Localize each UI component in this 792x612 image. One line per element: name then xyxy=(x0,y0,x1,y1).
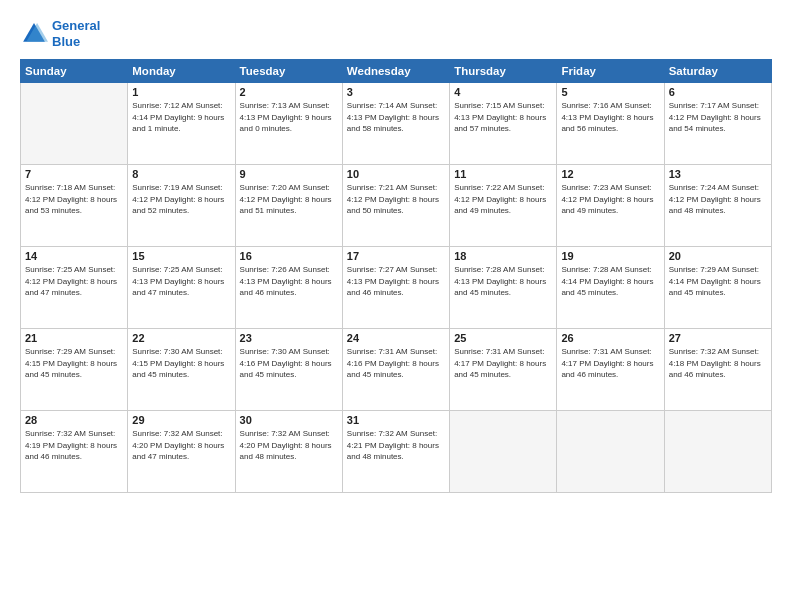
day-detail: Sunrise: 7:32 AM Sunset: 4:20 PM Dayligh… xyxy=(132,428,230,463)
day-number: 14 xyxy=(25,250,123,262)
calendar-cell: 6Sunrise: 7:17 AM Sunset: 4:12 PM Daylig… xyxy=(664,83,771,165)
day-detail: Sunrise: 7:28 AM Sunset: 4:13 PM Dayligh… xyxy=(454,264,552,299)
day-number: 11 xyxy=(454,168,552,180)
day-number: 7 xyxy=(25,168,123,180)
day-number: 18 xyxy=(454,250,552,262)
day-number: 12 xyxy=(561,168,659,180)
day-number: 24 xyxy=(347,332,445,344)
calendar-cell: 27Sunrise: 7:32 AM Sunset: 4:18 PM Dayli… xyxy=(664,329,771,411)
day-number: 6 xyxy=(669,86,767,98)
weekday-header: Sunday xyxy=(21,60,128,83)
weekday-header: Thursday xyxy=(450,60,557,83)
calendar-cell xyxy=(557,411,664,493)
calendar-cell xyxy=(664,411,771,493)
day-detail: Sunrise: 7:20 AM Sunset: 4:12 PM Dayligh… xyxy=(240,182,338,217)
calendar-cell: 30Sunrise: 7:32 AM Sunset: 4:20 PM Dayli… xyxy=(235,411,342,493)
calendar-cell: 4Sunrise: 7:15 AM Sunset: 4:13 PM Daylig… xyxy=(450,83,557,165)
day-number: 3 xyxy=(347,86,445,98)
day-number: 31 xyxy=(347,414,445,426)
calendar-cell: 2Sunrise: 7:13 AM Sunset: 4:13 PM Daylig… xyxy=(235,83,342,165)
calendar-cell: 19Sunrise: 7:28 AM Sunset: 4:14 PM Dayli… xyxy=(557,247,664,329)
day-detail: Sunrise: 7:32 AM Sunset: 4:21 PM Dayligh… xyxy=(347,428,445,463)
weekday-header: Monday xyxy=(128,60,235,83)
day-number: 28 xyxy=(25,414,123,426)
day-number: 2 xyxy=(240,86,338,98)
day-detail: Sunrise: 7:21 AM Sunset: 4:12 PM Dayligh… xyxy=(347,182,445,217)
day-number: 21 xyxy=(25,332,123,344)
calendar-cell: 16Sunrise: 7:26 AM Sunset: 4:13 PM Dayli… xyxy=(235,247,342,329)
day-number: 1 xyxy=(132,86,230,98)
calendar-cell: 21Sunrise: 7:29 AM Sunset: 4:15 PM Dayli… xyxy=(21,329,128,411)
calendar-cell: 13Sunrise: 7:24 AM Sunset: 4:12 PM Dayli… xyxy=(664,165,771,247)
day-number: 25 xyxy=(454,332,552,344)
day-number: 29 xyxy=(132,414,230,426)
calendar-cell: 15Sunrise: 7:25 AM Sunset: 4:13 PM Dayli… xyxy=(128,247,235,329)
calendar-cell: 18Sunrise: 7:28 AM Sunset: 4:13 PM Dayli… xyxy=(450,247,557,329)
day-detail: Sunrise: 7:22 AM Sunset: 4:12 PM Dayligh… xyxy=(454,182,552,217)
day-number: 20 xyxy=(669,250,767,262)
weekday-header: Friday xyxy=(557,60,664,83)
calendar-week-row: 21Sunrise: 7:29 AM Sunset: 4:15 PM Dayli… xyxy=(21,329,772,411)
day-detail: Sunrise: 7:13 AM Sunset: 4:13 PM Dayligh… xyxy=(240,100,338,135)
calendar-cell: 11Sunrise: 7:22 AM Sunset: 4:12 PM Dayli… xyxy=(450,165,557,247)
day-detail: Sunrise: 7:23 AM Sunset: 4:12 PM Dayligh… xyxy=(561,182,659,217)
day-detail: Sunrise: 7:18 AM Sunset: 4:12 PM Dayligh… xyxy=(25,182,123,217)
calendar-cell xyxy=(450,411,557,493)
calendar-cell: 5Sunrise: 7:16 AM Sunset: 4:13 PM Daylig… xyxy=(557,83,664,165)
calendar-cell: 23Sunrise: 7:30 AM Sunset: 4:16 PM Dayli… xyxy=(235,329,342,411)
calendar-cell xyxy=(21,83,128,165)
calendar-cell: 14Sunrise: 7:25 AM Sunset: 4:12 PM Dayli… xyxy=(21,247,128,329)
day-number: 13 xyxy=(669,168,767,180)
day-number: 27 xyxy=(669,332,767,344)
day-number: 10 xyxy=(347,168,445,180)
calendar-cell: 17Sunrise: 7:27 AM Sunset: 4:13 PM Dayli… xyxy=(342,247,449,329)
logo-text: General Blue xyxy=(52,18,100,49)
day-number: 26 xyxy=(561,332,659,344)
calendar: SundayMondayTuesdayWednesdayThursdayFrid… xyxy=(20,59,772,493)
day-detail: Sunrise: 7:29 AM Sunset: 4:14 PM Dayligh… xyxy=(669,264,767,299)
calendar-cell: 25Sunrise: 7:31 AM Sunset: 4:17 PM Dayli… xyxy=(450,329,557,411)
weekday-header: Saturday xyxy=(664,60,771,83)
calendar-cell: 1Sunrise: 7:12 AM Sunset: 4:14 PM Daylig… xyxy=(128,83,235,165)
day-detail: Sunrise: 7:29 AM Sunset: 4:15 PM Dayligh… xyxy=(25,346,123,381)
day-detail: Sunrise: 7:31 AM Sunset: 4:17 PM Dayligh… xyxy=(454,346,552,381)
day-number: 15 xyxy=(132,250,230,262)
day-detail: Sunrise: 7:32 AM Sunset: 4:19 PM Dayligh… xyxy=(25,428,123,463)
calendar-week-row: 7Sunrise: 7:18 AM Sunset: 4:12 PM Daylig… xyxy=(21,165,772,247)
day-detail: Sunrise: 7:17 AM Sunset: 4:12 PM Dayligh… xyxy=(669,100,767,135)
logo: General Blue xyxy=(20,18,100,49)
day-number: 22 xyxy=(132,332,230,344)
calendar-cell: 31Sunrise: 7:32 AM Sunset: 4:21 PM Dayli… xyxy=(342,411,449,493)
day-detail: Sunrise: 7:30 AM Sunset: 4:15 PM Dayligh… xyxy=(132,346,230,381)
weekday-header: Tuesday xyxy=(235,60,342,83)
calendar-week-row: 28Sunrise: 7:32 AM Sunset: 4:19 PM Dayli… xyxy=(21,411,772,493)
day-detail: Sunrise: 7:32 AM Sunset: 4:20 PM Dayligh… xyxy=(240,428,338,463)
calendar-cell: 22Sunrise: 7:30 AM Sunset: 4:15 PM Dayli… xyxy=(128,329,235,411)
day-detail: Sunrise: 7:24 AM Sunset: 4:12 PM Dayligh… xyxy=(669,182,767,217)
day-detail: Sunrise: 7:27 AM Sunset: 4:13 PM Dayligh… xyxy=(347,264,445,299)
day-detail: Sunrise: 7:31 AM Sunset: 4:16 PM Dayligh… xyxy=(347,346,445,381)
calendar-cell: 3Sunrise: 7:14 AM Sunset: 4:13 PM Daylig… xyxy=(342,83,449,165)
calendar-week-row: 1Sunrise: 7:12 AM Sunset: 4:14 PM Daylig… xyxy=(21,83,772,165)
day-detail: Sunrise: 7:12 AM Sunset: 4:14 PM Dayligh… xyxy=(132,100,230,135)
page: General Blue SundayMondayTuesdayWednesda… xyxy=(0,0,792,612)
day-number: 30 xyxy=(240,414,338,426)
calendar-week-row: 14Sunrise: 7:25 AM Sunset: 4:12 PM Dayli… xyxy=(21,247,772,329)
day-number: 19 xyxy=(561,250,659,262)
calendar-cell: 28Sunrise: 7:32 AM Sunset: 4:19 PM Dayli… xyxy=(21,411,128,493)
calendar-body: 1Sunrise: 7:12 AM Sunset: 4:14 PM Daylig… xyxy=(21,83,772,493)
day-number: 16 xyxy=(240,250,338,262)
day-number: 17 xyxy=(347,250,445,262)
day-number: 8 xyxy=(132,168,230,180)
calendar-cell: 10Sunrise: 7:21 AM Sunset: 4:12 PM Dayli… xyxy=(342,165,449,247)
calendar-cell: 26Sunrise: 7:31 AM Sunset: 4:17 PM Dayli… xyxy=(557,329,664,411)
day-detail: Sunrise: 7:25 AM Sunset: 4:12 PM Dayligh… xyxy=(25,264,123,299)
day-number: 23 xyxy=(240,332,338,344)
day-detail: Sunrise: 7:15 AM Sunset: 4:13 PM Dayligh… xyxy=(454,100,552,135)
weekday-header: Wednesday xyxy=(342,60,449,83)
day-detail: Sunrise: 7:31 AM Sunset: 4:17 PM Dayligh… xyxy=(561,346,659,381)
day-number: 4 xyxy=(454,86,552,98)
calendar-cell: 8Sunrise: 7:19 AM Sunset: 4:12 PM Daylig… xyxy=(128,165,235,247)
day-detail: Sunrise: 7:14 AM Sunset: 4:13 PM Dayligh… xyxy=(347,100,445,135)
calendar-header-row: SundayMondayTuesdayWednesdayThursdayFrid… xyxy=(21,60,772,83)
